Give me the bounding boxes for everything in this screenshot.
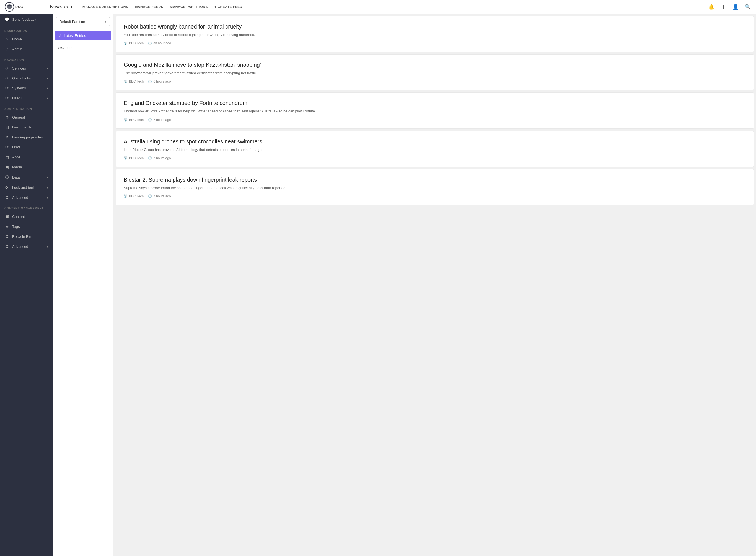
sidebar-item-landing-page-rules[interactable]: ⊕ Landing page rules <box>0 132 52 142</box>
feed-card-meta-3: 📡 BBC Tech 🕐 7 hours ago <box>124 156 746 160</box>
landing-icon: ⊕ <box>4 135 9 139</box>
feed-time-0: 🕐 an hour ago <box>148 41 171 45</box>
rss-icon-2: 📡 <box>124 118 127 121</box>
recycle-icon: ⚙ <box>4 234 9 239</box>
feed-card-title-0[interactable]: Robot battles wrongly banned for 'animal… <box>124 23 746 30</box>
rss-icon-3: 📡 <box>124 156 127 160</box>
media-icon: ▣ <box>4 165 9 169</box>
info-icon[interactable]: ℹ <box>719 3 727 11</box>
content-icon: ▣ <box>4 214 9 219</box>
bell-icon[interactable]: 🔔 <box>707 3 715 11</box>
tags-icon: ◈ <box>4 224 9 229</box>
links-icon: ⟳ <box>4 145 9 149</box>
nav-icons: 🔔 ℹ 👤 🔍 <box>707 3 752 11</box>
quicklinks-icon: ⟳ <box>4 76 9 80</box>
look-chevron: ▾ <box>47 186 48 189</box>
sidebar-section-content-management: CONTENT MANAGEMENT <box>0 202 52 212</box>
general-icon: ⚙ <box>4 115 9 119</box>
feed-card-meta-2: 📡 BBC Tech 🕐 7 hours ago <box>124 118 746 122</box>
sidebar-item-general[interactable]: ⚙ General <box>0 112 52 122</box>
feed-card-4: Biostar 2: Suprema plays down fingerprin… <box>116 169 754 205</box>
feed-card-desc-2: England bowler Jofra Archer calls for he… <box>124 109 746 114</box>
advanced-content-chevron: ▾ <box>47 245 48 248</box>
clock-icon-0: 🕐 <box>148 41 152 45</box>
quicklinks-chevron: ▾ <box>47 77 48 80</box>
feed-source-2: 📡 BBC Tech <box>124 118 144 122</box>
nav-create-feed[interactable]: CREATE FEED <box>215 5 242 9</box>
systems-icon: ⟳ <box>4 86 9 90</box>
apps-icon: ▦ <box>4 155 9 159</box>
feed-card-meta-0: 📡 BBC Tech 🕐 an hour ago <box>124 41 746 45</box>
clock-icon-1: 🕐 <box>148 80 152 83</box>
feed-card-desc-0: YouTube restores some videos of robots f… <box>124 32 746 37</box>
sidebar-item-systems[interactable]: ⟳ Systems ▾ <box>0 83 52 93</box>
advanced-content-icon: ⚙ <box>4 244 9 249</box>
feed: Robot battles wrongly banned for 'animal… <box>113 14 756 556</box>
sidebar-item-media[interactable]: ▣ Media <box>0 162 52 172</box>
sidebar-item-dashboards[interactable]: ▦ Dashboards <box>0 122 52 132</box>
sidebar-item-advanced[interactable]: ⚙ Advanced ▾ <box>0 193 52 202</box>
feed-time-1: 🕐 6 hours ago <box>148 79 171 83</box>
rss-icon-1: 📡 <box>124 80 127 83</box>
feed-card-title-3[interactable]: Australia using drones to spot crocodile… <box>124 138 746 145</box>
sidebar-item-data[interactable]: ⓘ Data ▾ <box>0 172 52 182</box>
sidebar-item-look-and-feel[interactable]: ⟳ Look and feel ▾ <box>0 182 52 193</box>
feed-card-desc-1: The browsers will prevent government-iss… <box>124 71 746 76</box>
feed-card-title-4[interactable]: Biostar 2: Suprema plays down fingerprin… <box>124 176 746 183</box>
clock-icon-2: 🕐 <box>148 118 152 121</box>
rss-icon-4: 📡 <box>124 195 127 198</box>
latest-entries-icon: ⊙ <box>59 34 62 38</box>
feed-time-3: 🕐 7 hours ago <box>148 156 171 160</box>
logo-text: DCG <box>15 5 23 9</box>
useful-chevron: ▾ <box>47 97 48 100</box>
sidebar-item-recycle-bin[interactable]: ⚙ Recycle Bin <box>0 232 52 241</box>
home-icon: ⌂ <box>4 37 9 41</box>
nav-manage-partitions[interactable]: MANAGE PARTITIONS <box>170 5 208 9</box>
sidebar-item-admin[interactable]: ⊙ Admin <box>0 44 52 54</box>
sidebar-item-home[interactable]: ⌂ Home <box>0 34 52 44</box>
sidebar-item-quicklinks[interactable]: ⟳ Quick Links ▾ <box>0 73 52 83</box>
content-area: Default Partition ▾ ⊙ Latest Entries BBC… <box>52 14 756 556</box>
admin-icon: ⊙ <box>4 47 9 51</box>
feed-time-2: 🕐 7 hours ago <box>148 118 171 122</box>
search-icon[interactable]: 🔍 <box>744 3 752 11</box>
clock-icon-3: 🕐 <box>148 156 152 160</box>
feed-card-2: England Cricketer stumped by Fortnite co… <box>116 93 754 129</box>
user-icon[interactable]: 👤 <box>732 3 740 11</box>
nav-manage-feeds[interactable]: MANAGE FEEDS <box>135 5 163 9</box>
top-nav: DCG Newsroom MANAGE SUBSCRIPTIONS MANAGE… <box>0 0 756 14</box>
dropdown-arrow-icon: ▾ <box>105 20 106 24</box>
partition-dropdown[interactable]: Default Partition ▾ <box>56 17 110 26</box>
rss-icon-0: 📡 <box>124 41 127 45</box>
sidebar-item-links[interactable]: ⟳ Links <box>0 142 52 152</box>
dashboards-icon: ▦ <box>4 125 9 129</box>
sidebar-item-apps[interactable]: ▦ Apps <box>0 152 52 162</box>
sidebar-item-services[interactable]: ⟳ Services ▾ <box>0 63 52 73</box>
nav-manage-subscriptions[interactable]: MANAGE SUBSCRIPTIONS <box>82 5 128 9</box>
sidebar-item-advanced-content[interactable]: ⚙ Advanced ▾ <box>0 241 52 251</box>
feed-card-title-2[interactable]: England Cricketer stumped by Fortnite co… <box>124 99 746 107</box>
feed-card-desc-4: Suprema says a probe found the scope of … <box>124 185 746 190</box>
feed-source-1: 📡 BBC Tech <box>124 79 144 83</box>
feed-source-0: 📡 BBC Tech <box>124 41 144 45</box>
panel-nav-latest-entries[interactable]: ⊙ Latest Entries <box>55 31 111 40</box>
nav-links: MANAGE SUBSCRIPTIONS MANAGE FEEDS MANAGE… <box>82 5 707 9</box>
advanced-chevron: ▾ <box>47 196 48 199</box>
feed-card-title-1[interactable]: Google and Mozilla move to stop Kazakhst… <box>124 61 746 68</box>
useful-icon: ⟳ <box>4 96 9 100</box>
panel: Default Partition ▾ ⊙ Latest Entries BBC… <box>52 14 113 556</box>
look-icon: ⟳ <box>4 185 9 190</box>
feed-card-1: Google and Mozilla move to stop Kazakhst… <box>116 54 754 90</box>
feed-card-3: Australia using drones to spot crocodile… <box>116 131 754 167</box>
panel-section-bbc-tech[interactable]: BBC Tech <box>52 43 113 53</box>
sidebar-item-useful[interactable]: ⟳ Useful ▾ <box>0 93 52 103</box>
feedback-icon: 💬 <box>4 17 9 22</box>
data-chevron: ▾ <box>47 176 48 179</box>
feed-card-meta-4: 📡 BBC Tech 🕐 7 hours ago <box>124 195 746 198</box>
sidebar-item-content[interactable]: ▣ Content <box>0 212 52 221</box>
sidebar-section-administration: ADMINISTRATION <box>0 103 52 112</box>
feed-card-meta-1: 📡 BBC Tech 🕐 6 hours ago <box>124 79 746 83</box>
sidebar-item-feedback[interactable]: 💬 Send feedback <box>0 14 52 25</box>
feed-card-desc-3: Little Ripper Group has provided AI tech… <box>124 147 746 152</box>
sidebar-item-tags[interactable]: ◈ Tags <box>0 221 52 232</box>
